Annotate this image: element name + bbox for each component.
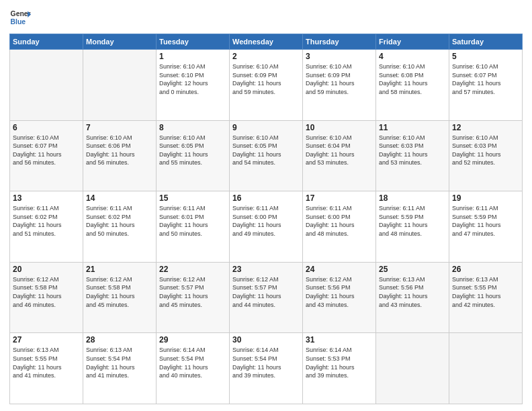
day-number: 22 xyxy=(159,265,226,274)
day-info: Sunrise: 6:10 AM Sunset: 6:07 PM Dayligh… xyxy=(452,62,519,96)
day-info: Sunrise: 6:12 AM Sunset: 5:58 PM Dayligh… xyxy=(86,275,153,309)
day-info: Sunrise: 6:13 AM Sunset: 5:55 PM Dayligh… xyxy=(13,346,80,379)
day-info: Sunrise: 6:14 AM Sunset: 5:53 PM Dayligh… xyxy=(306,346,373,379)
calendar-week-4: 20Sunrise: 6:12 AM Sunset: 5:58 PM Dayli… xyxy=(10,262,523,333)
day-number: 14 xyxy=(86,193,153,203)
calendar-cell xyxy=(449,333,523,404)
day-info: Sunrise: 6:11 AM Sunset: 5:59 PM Dayligh… xyxy=(379,204,446,238)
calendar-cell: 28Sunrise: 6:13 AM Sunset: 5:54 PM Dayli… xyxy=(83,333,157,404)
day-info: Sunrise: 6:10 AM Sunset: 6:05 PM Dayligh… xyxy=(159,134,226,167)
day-info: Sunrise: 6:11 AM Sunset: 5:59 PM Dayligh… xyxy=(452,204,519,238)
weekday-header-friday: Friday xyxy=(376,34,449,50)
day-number: 30 xyxy=(232,335,300,345)
day-info: Sunrise: 6:13 AM Sunset: 5:55 PM Dayligh… xyxy=(452,275,519,309)
logo-icon: General Blue xyxy=(9,7,31,28)
day-info: Sunrise: 6:13 AM Sunset: 5:54 PM Dayligh… xyxy=(86,346,153,379)
calendar-cell: 9Sunrise: 6:10 AM Sunset: 6:05 PM Daylig… xyxy=(230,120,303,191)
calendar-cell: 27Sunrise: 6:13 AM Sunset: 5:55 PM Dayli… xyxy=(10,333,83,404)
calendar-cell: 2Sunrise: 6:10 AM Sunset: 6:09 PM Daylig… xyxy=(230,50,303,121)
day-number: 10 xyxy=(306,123,373,132)
day-number: 27 xyxy=(13,335,80,345)
day-info: Sunrise: 6:11 AM Sunset: 6:01 PM Dayligh… xyxy=(159,204,226,238)
calendar-week-5: 27Sunrise: 6:13 AM Sunset: 5:55 PM Dayli… xyxy=(10,333,523,404)
calendar-cell: 31Sunrise: 6:14 AM Sunset: 5:53 PM Dayli… xyxy=(303,333,376,404)
weekday-header-thursday: Thursday xyxy=(303,34,376,50)
calendar-cell: 5Sunrise: 6:10 AM Sunset: 6:07 PM Daylig… xyxy=(449,50,523,121)
day-number: 13 xyxy=(13,193,80,203)
calendar-cell: 22Sunrise: 6:12 AM Sunset: 5:57 PM Dayli… xyxy=(157,262,230,333)
day-number: 19 xyxy=(452,193,519,203)
weekday-header-row: SundayMondayTuesdayWednesdayThursdayFrid… xyxy=(10,34,523,50)
calendar-week-1: 1Sunrise: 6:10 AM Sunset: 6:10 PM Daylig… xyxy=(10,50,523,121)
day-number: 20 xyxy=(13,265,80,274)
day-info: Sunrise: 6:10 AM Sunset: 6:05 PM Dayligh… xyxy=(232,134,300,167)
calendar-cell: 4Sunrise: 6:10 AM Sunset: 6:08 PM Daylig… xyxy=(376,50,449,121)
calendar-cell xyxy=(83,50,157,121)
day-info: Sunrise: 6:11 AM Sunset: 6:00 PM Dayligh… xyxy=(306,204,373,238)
day-info: Sunrise: 6:10 AM Sunset: 6:09 PM Dayligh… xyxy=(306,62,373,96)
calendar-cell: 24Sunrise: 6:12 AM Sunset: 5:56 PM Dayli… xyxy=(303,262,376,333)
day-info: Sunrise: 6:12 AM Sunset: 5:57 PM Dayligh… xyxy=(159,275,226,309)
day-info: Sunrise: 6:10 AM Sunset: 6:04 PM Dayligh… xyxy=(306,134,373,167)
day-info: Sunrise: 6:11 AM Sunset: 6:02 PM Dayligh… xyxy=(86,204,153,238)
calendar-week-2: 6Sunrise: 6:10 AM Sunset: 6:07 PM Daylig… xyxy=(10,120,523,191)
day-number: 17 xyxy=(306,193,373,203)
day-info: Sunrise: 6:12 AM Sunset: 5:56 PM Dayligh… xyxy=(306,275,373,309)
day-info: Sunrise: 6:10 AM Sunset: 6:07 PM Dayligh… xyxy=(13,134,80,167)
calendar-cell: 6Sunrise: 6:10 AM Sunset: 6:07 PM Daylig… xyxy=(10,120,83,191)
calendar-cell: 17Sunrise: 6:11 AM Sunset: 6:00 PM Dayli… xyxy=(303,191,376,263)
calendar-cell: 30Sunrise: 6:14 AM Sunset: 5:54 PM Dayli… xyxy=(230,333,303,404)
calendar-container: General Blue SundayMondayTuesdayWednesda… xyxy=(0,0,532,411)
calendar-week-3: 13Sunrise: 6:11 AM Sunset: 6:02 PM Dayli… xyxy=(10,191,523,263)
day-number: 5 xyxy=(452,52,519,61)
day-info: Sunrise: 6:10 AM Sunset: 6:06 PM Dayligh… xyxy=(86,134,153,167)
day-info: Sunrise: 6:11 AM Sunset: 6:02 PM Dayligh… xyxy=(13,204,80,238)
weekday-header-tuesday: Tuesday xyxy=(157,34,230,50)
header: General Blue xyxy=(9,7,523,28)
day-info: Sunrise: 6:10 AM Sunset: 6:09 PM Dayligh… xyxy=(232,62,300,96)
calendar-cell: 21Sunrise: 6:12 AM Sunset: 5:58 PM Dayli… xyxy=(83,262,157,333)
day-number: 1 xyxy=(159,52,226,61)
calendar-cell: 26Sunrise: 6:13 AM Sunset: 5:55 PM Dayli… xyxy=(449,262,523,333)
day-number: 2 xyxy=(232,52,300,61)
day-info: Sunrise: 6:10 AM Sunset: 6:08 PM Dayligh… xyxy=(379,62,446,96)
day-number: 24 xyxy=(306,265,373,274)
day-number: 31 xyxy=(306,335,373,345)
calendar-cell: 3Sunrise: 6:10 AM Sunset: 6:09 PM Daylig… xyxy=(303,50,376,121)
calendar-cell: 20Sunrise: 6:12 AM Sunset: 5:58 PM Dayli… xyxy=(10,262,83,333)
calendar-cell: 11Sunrise: 6:10 AM Sunset: 6:03 PM Dayli… xyxy=(376,120,449,191)
calendar-cell: 12Sunrise: 6:10 AM Sunset: 6:03 PM Dayli… xyxy=(449,120,523,191)
calendar-cell: 8Sunrise: 6:10 AM Sunset: 6:05 PM Daylig… xyxy=(157,120,230,191)
calendar-cell: 14Sunrise: 6:11 AM Sunset: 6:02 PM Dayli… xyxy=(83,191,157,263)
day-info: Sunrise: 6:11 AM Sunset: 6:00 PM Dayligh… xyxy=(232,204,300,238)
calendar-cell xyxy=(10,50,83,121)
day-number: 4 xyxy=(379,52,446,61)
day-number: 26 xyxy=(452,265,519,274)
day-number: 28 xyxy=(86,335,153,345)
calendar-cell: 10Sunrise: 6:10 AM Sunset: 6:04 PM Dayli… xyxy=(303,120,376,191)
day-number: 8 xyxy=(159,123,226,132)
weekday-header-monday: Monday xyxy=(83,34,157,50)
calendar-cell: 18Sunrise: 6:11 AM Sunset: 5:59 PM Dayli… xyxy=(376,191,449,263)
day-info: Sunrise: 6:10 AM Sunset: 6:03 PM Dayligh… xyxy=(379,134,446,167)
day-number: 16 xyxy=(232,193,300,203)
day-number: 18 xyxy=(379,193,446,203)
day-number: 9 xyxy=(232,123,300,132)
calendar-cell: 29Sunrise: 6:14 AM Sunset: 5:54 PM Dayli… xyxy=(157,333,230,404)
weekday-header-sunday: Sunday xyxy=(10,34,83,50)
calendar-cell: 13Sunrise: 6:11 AM Sunset: 6:02 PM Dayli… xyxy=(10,191,83,263)
day-info: Sunrise: 6:13 AM Sunset: 5:56 PM Dayligh… xyxy=(379,275,446,309)
day-number: 3 xyxy=(306,52,373,61)
day-number: 7 xyxy=(86,123,153,132)
calendar-cell: 16Sunrise: 6:11 AM Sunset: 6:00 PM Dayli… xyxy=(230,191,303,263)
calendar-table: SundayMondayTuesdayWednesdayThursdayFrid… xyxy=(9,34,523,404)
day-number: 25 xyxy=(379,265,446,274)
day-number: 29 xyxy=(159,335,226,345)
logo: General Blue xyxy=(9,7,31,28)
day-number: 6 xyxy=(13,123,80,132)
day-number: 21 xyxy=(86,265,153,274)
svg-text:Blue: Blue xyxy=(11,18,26,26)
day-number: 11 xyxy=(379,123,446,132)
day-info: Sunrise: 6:12 AM Sunset: 5:58 PM Dayligh… xyxy=(13,275,80,309)
calendar-cell: 7Sunrise: 6:10 AM Sunset: 6:06 PM Daylig… xyxy=(83,120,157,191)
